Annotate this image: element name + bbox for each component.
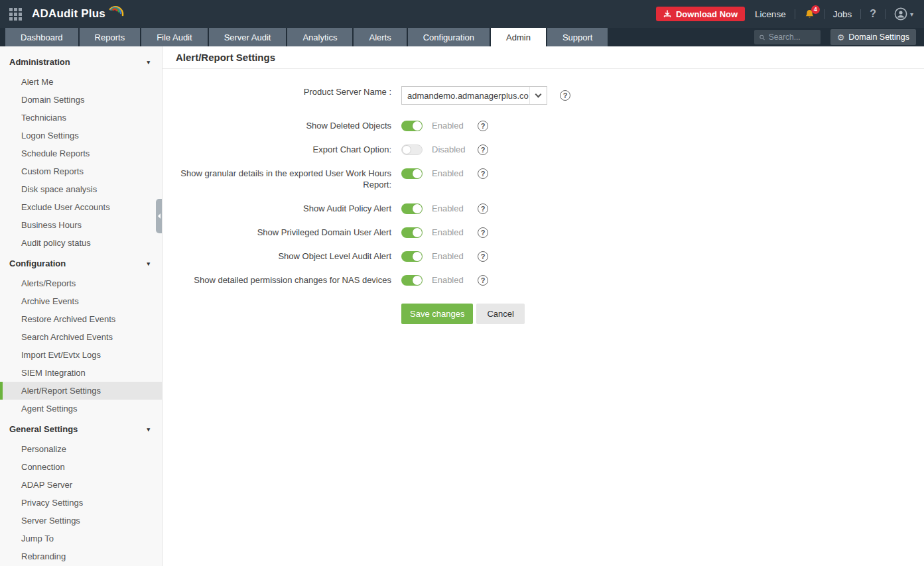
sidebar-item-technicians[interactable]: Technicians — [0, 109, 162, 127]
sidebar-item-alerts-reports[interactable]: Alerts/Reports — [0, 274, 162, 292]
sidebar-item-privacy-settings[interactable]: Privacy Settings — [0, 494, 162, 512]
sidebar-item-rebranding[interactable]: Rebranding — [0, 547, 162, 565]
toggle-switch[interactable] — [401, 121, 423, 131]
toggle-switch[interactable] — [401, 275, 423, 286]
sidebar-item-import-evt-evtx-logs[interactable]: Import Evt/Evtx Logs — [0, 346, 162, 364]
toggle-switch[interactable] — [401, 227, 423, 238]
sidebar-collapse-handle[interactable] — [156, 199, 162, 233]
tab-alerts[interactable]: Alerts — [354, 28, 406, 46]
sidebar-item-archive-events[interactable]: Archive Events — [0, 292, 162, 310]
product-server-select[interactable]: admandemo.admanagerplus.co — [401, 86, 547, 105]
sidebar: Administration▾Alert MeDomain SettingsTe… — [0, 46, 163, 566]
sidebar-item-alert-report-settings[interactable]: Alert/Report Settings — [0, 382, 162, 400]
select-arrow-box — [529, 87, 547, 104]
topbar-actions: Download Now License 4 Jobs ? ▾ — [656, 7, 924, 21]
toggle-label: Export Chart Option: — [163, 144, 391, 155]
jobs-link[interactable]: Jobs — [833, 9, 852, 19]
toggle-row-show-audit-policy-alert: Show Audit Policy AlertEnabled? — [163, 203, 924, 214]
sidebar-item-search-archived-events[interactable]: Search Archived Events — [0, 328, 162, 346]
tab-file-audit[interactable]: File Audit — [141, 28, 207, 46]
sidebar-item-domain-settings[interactable]: Domain Settings — [0, 91, 162, 109]
help-link[interactable]: ? — [870, 8, 876, 20]
help-icon[interactable]: ? — [560, 90, 570, 101]
apps-grid-icon[interactable] — [9, 8, 22, 21]
nav-tabs: DashboardReportsFile AuditServer AuditAn… — [5, 28, 609, 46]
sidebar-section-general-settings[interactable]: General Settings▾ — [0, 418, 162, 440]
domain-settings-button[interactable]: ⚙ Domain Settings — [830, 29, 916, 45]
toggle-row-show-object-level-audit-alert: Show Object Level Audit AlertEnabled? — [163, 251, 924, 262]
chevron-down-icon: ▾ — [147, 260, 150, 267]
tab-support[interactable]: Support — [547, 28, 608, 46]
sidebar-item-agent-settings[interactable]: Agent Settings — [0, 400, 162, 418]
divider — [824, 9, 825, 19]
toggle-label: Show Object Level Audit Alert — [163, 251, 391, 262]
sidebar-item-custom-reports[interactable]: Custom Reports — [0, 162, 162, 180]
toggle-label: Show Audit Policy Alert — [163, 203, 391, 214]
toggle-state-label: Enabled — [432, 251, 468, 261]
nav-right: ⚙ Domain Settings — [754, 28, 924, 46]
tab-configuration[interactable]: Configuration — [408, 28, 490, 46]
sidebar-section-configuration[interactable]: Configuration▾ — [0, 252, 162, 274]
toggle-state-label: Enabled — [432, 203, 468, 213]
help-icon[interactable]: ? — [478, 144, 488, 155]
sidebar-item-business-hours[interactable]: Business Hours — [0, 216, 162, 234]
sidebar-item-personalize[interactable]: Personalize — [0, 440, 162, 458]
help-icon[interactable]: ? — [478, 168, 488, 179]
product-server-label: Product Server Name : — [163, 86, 391, 97]
tab-admin[interactable]: Admin — [491, 28, 546, 46]
sidebar-item-siem-integration[interactable]: SIEM Integration — [0, 364, 162, 382]
sidebar-item-disk-space-analysis[interactable]: Disk space analysis — [0, 180, 162, 198]
sidebar-item-exclude-user-accounts[interactable]: Exclude User Accounts — [0, 198, 162, 216]
sidebar-item-alert-me[interactable]: Alert Me — [0, 73, 162, 91]
sidebar-sections: Administration▾Alert MeDomain SettingsTe… — [0, 50, 162, 565]
toggle-rows: Show Deleted ObjectsEnabled?Export Chart… — [163, 120, 924, 286]
sidebar-item-schedule-reports[interactable]: Schedule Reports — [0, 144, 162, 162]
tab-dashboard[interactable]: Dashboard — [5, 28, 78, 46]
chevron-down-icon: ▾ — [147, 426, 150, 433]
download-now-label: Download Now — [676, 9, 738, 19]
sidebar-item-adap-server[interactable]: ADAP Server — [0, 476, 162, 494]
help-icon[interactable]: ? — [478, 227, 488, 238]
gear-icon: ⚙ — [837, 33, 845, 42]
save-button[interactable]: Save changes — [401, 304, 473, 324]
help-icon[interactable]: ? — [478, 121, 488, 131]
sidebar-item-restore-archived-events[interactable]: Restore Archived Events — [0, 310, 162, 328]
tab-server-audit[interactable]: Server Audit — [209, 28, 287, 46]
user-account-menu[interactable]: ▾ — [894, 7, 913, 21]
divider — [860, 9, 861, 19]
search-input[interactable] — [769, 32, 815, 42]
help-icon[interactable]: ? — [478, 275, 488, 286]
help-icon[interactable]: ? — [478, 251, 488, 262]
search-icon — [759, 34, 765, 41]
search-box[interactable] — [754, 30, 821, 44]
toggle-state-label: Enabled — [432, 227, 468, 237]
notifications-bell-icon[interactable]: 4 — [804, 9, 815, 20]
sidebar-item-server-settings[interactable]: Server Settings — [0, 512, 162, 530]
page-title: Alert/Report Settings — [176, 52, 275, 63]
toggle-row-show-detailed-permission-changes-for-nas-devices: Show detailed permission changes for NAS… — [163, 274, 924, 286]
toggle-knob — [413, 276, 422, 285]
download-now-button[interactable]: Download Now — [656, 7, 745, 21]
tab-analytics[interactable]: Analytics — [287, 28, 352, 46]
app-logo-text: ADAudit Plus — [32, 7, 105, 21]
divider — [795, 9, 795, 19]
sidebar-item-logon-settings[interactable]: Logon Settings — [0, 127, 162, 144]
toggle-switch[interactable] — [401, 168, 423, 179]
help-icon[interactable]: ? — [478, 203, 488, 214]
sidebar-item-jump-to[interactable]: Jump To — [0, 530, 162, 547]
cancel-button[interactable]: Cancel — [476, 304, 524, 324]
toggle-label: Show granular details in the exported Us… — [163, 168, 391, 190]
sidebar-item-audit-policy-status[interactable]: Audit policy status — [0, 234, 162, 252]
notification-count-badge: 4 — [811, 5, 820, 14]
toggle-state-label: Enabled — [432, 275, 468, 285]
toggle-switch[interactable] — [401, 203, 423, 214]
tab-reports[interactable]: Reports — [80, 28, 141, 46]
toggle-switch[interactable] — [401, 144, 423, 155]
app-logo: ADAudit Plus — [32, 7, 124, 21]
sidebar-item-connection[interactable]: Connection — [0, 458, 162, 476]
license-link[interactable]: License — [755, 9, 786, 19]
sidebar-section-title: Administration — [9, 57, 70, 67]
chevron-down-icon: ▾ — [910, 11, 913, 18]
sidebar-section-administration[interactable]: Administration▾ — [0, 50, 162, 73]
toggle-switch[interactable] — [401, 251, 423, 262]
